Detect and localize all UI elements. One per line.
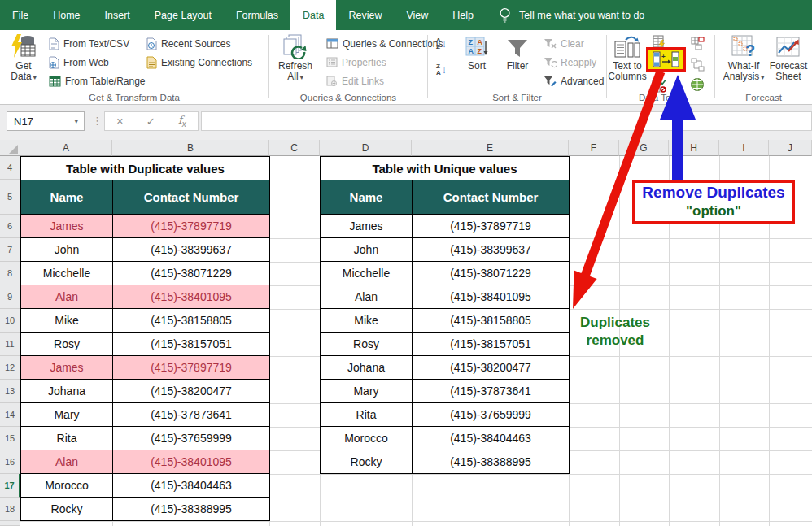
row-header-14[interactable]: 14 bbox=[0, 403, 20, 427]
cell-contact-number[interactable]: (415)-38401095 bbox=[113, 285, 270, 309]
table-row[interactable]: Rocky (415)-38388995 bbox=[321, 450, 570, 474]
cell-contact-number[interactable]: (415)-38071229 bbox=[413, 262, 570, 285]
cell-name[interactable]: John bbox=[321, 238, 413, 262]
row-header-4[interactable]: 4 bbox=[0, 156, 20, 180]
cell-contact-number[interactable]: (415)-37873641 bbox=[413, 380, 570, 403]
cell-contact-number[interactable]: (415)-38401095 bbox=[113, 450, 270, 474]
cell-name[interactable]: James bbox=[321, 215, 413, 238]
cell-contact-number[interactable]: (415)-38401095 bbox=[413, 285, 570, 309]
row-header-17[interactable]: 17 bbox=[0, 474, 20, 498]
table-row[interactable]: Mike (415)-38158805 bbox=[321, 309, 570, 333]
table-row[interactable]: Mary (415)-37873641 bbox=[21, 403, 270, 427]
cell-name[interactable]: Mary bbox=[321, 380, 413, 403]
table-row[interactable]: Johana (415)-38200477 bbox=[21, 380, 270, 403]
table-row[interactable]: Rosy (415)-38157051 bbox=[321, 333, 570, 356]
column-header-B[interactable]: B bbox=[112, 140, 269, 156]
cell-name[interactable]: Alan bbox=[21, 285, 113, 309]
from-web-button[interactable]: From Web bbox=[49, 54, 109, 71]
column-header-J[interactable]: J bbox=[769, 140, 812, 156]
row-header-18[interactable]: 18 bbox=[0, 498, 20, 521]
column-header-E[interactable]: E bbox=[412, 140, 569, 156]
tab-view[interactable]: View bbox=[394, 0, 440, 30]
column-header-G[interactable]: G bbox=[619, 140, 669, 156]
cell-contact-number[interactable]: (415)-38399637 bbox=[113, 238, 270, 262]
name-box[interactable]: N17 ▾ bbox=[7, 111, 85, 131]
cell-contact-number[interactable]: (415)-38157051 bbox=[113, 333, 270, 356]
advanced-filter-button[interactable]: Advanced bbox=[544, 72, 604, 89]
what-if-analysis-button[interactable]: ? What-If Analysis▾ bbox=[720, 33, 767, 83]
cell-contact-number[interactable]: (415)-37897719 bbox=[413, 215, 570, 238]
table-row[interactable]: Micchelle (415)-38071229 bbox=[321, 262, 570, 285]
cell-contact-number[interactable]: (415)-38388995 bbox=[413, 450, 570, 474]
cell-name[interactable]: Micchelle bbox=[321, 262, 413, 285]
cell-name[interactable]: James bbox=[21, 356, 113, 380]
table-row[interactable]: John (415)-38399637 bbox=[21, 238, 270, 262]
cell-name[interactable]: Rocky bbox=[321, 450, 413, 474]
cell-name[interactable]: Johana bbox=[21, 380, 113, 403]
select-all-corner[interactable] bbox=[0, 140, 20, 156]
recent-sources-button[interactable]: Recent Sources bbox=[146, 35, 230, 52]
table-row[interactable]: Mike (415)-38158805 bbox=[21, 309, 270, 333]
name-box-dropdown-icon[interactable]: ▾ bbox=[68, 117, 84, 125]
consolidate-button[interactable] bbox=[690, 36, 705, 50]
row-header-15[interactable]: 15 bbox=[0, 427, 20, 450]
row-header-6[interactable]: 6 bbox=[0, 215, 20, 238]
manage-data-model-button[interactable] bbox=[690, 77, 705, 92]
insert-function-icon[interactable]: fx bbox=[178, 114, 186, 128]
table-row[interactable]: Alan (415)-38401095 bbox=[321, 285, 570, 309]
column-header-H[interactable]: H bbox=[669, 140, 719, 156]
tab-data[interactable]: Data bbox=[290, 0, 336, 30]
enter-check-icon[interactable]: ✓ bbox=[146, 115, 155, 128]
cell-contact-number[interactable]: (415)-38404463 bbox=[413, 427, 570, 450]
cell-name[interactable]: Rosy bbox=[21, 333, 113, 356]
cell-contact-number[interactable]: (415)-38071229 bbox=[113, 262, 270, 285]
cell-contact-number[interactable]: (415)-38157051 bbox=[413, 333, 570, 356]
table-row[interactable]: Rocky (415)-38388995 bbox=[21, 498, 270, 521]
table-row[interactable]: James (415)-37897719 bbox=[321, 215, 570, 238]
formula-bar-grip[interactable]: ⋮ bbox=[92, 115, 103, 127]
table-row[interactable]: Micchelle (415)-38071229 bbox=[21, 262, 270, 285]
data-validation-button[interactable] bbox=[652, 78, 666, 93]
cell-contact-number[interactable]: (415)-37659999 bbox=[113, 427, 270, 450]
remove-duplicates-button[interactable]: + bbox=[646, 47, 686, 72]
table-row[interactable]: Alan (415)-38401095 bbox=[21, 285, 270, 309]
row-header-13[interactable]: 13 bbox=[0, 380, 20, 403]
cancel-icon[interactable]: × bbox=[116, 115, 123, 128]
sort-button[interactable]: Z A A Z Sort bbox=[459, 33, 495, 72]
row-header-10[interactable]: 10 bbox=[0, 309, 20, 333]
table-row[interactable]: Alan (415)-38401095 bbox=[21, 450, 270, 474]
table-row[interactable]: Morocco (415)-38404463 bbox=[321, 427, 570, 450]
cell-name[interactable]: Rita bbox=[321, 403, 413, 427]
tab-page-layout[interactable]: Page Layout bbox=[142, 0, 224, 30]
table-row[interactable]: Mary (415)-37873641 bbox=[321, 380, 570, 403]
table-row[interactable]: James (415)-37897719 bbox=[21, 215, 270, 238]
cell-name[interactable]: Johana bbox=[321, 356, 413, 380]
table-row[interactable]: Johana (415)-38200477 bbox=[321, 356, 570, 380]
cell-contact-number[interactable]: (415)-37659999 bbox=[413, 403, 570, 427]
row-header-16[interactable]: 16 bbox=[0, 450, 20, 474]
table-row[interactable]: Rita (415)-37659999 bbox=[21, 427, 270, 450]
tab-review[interactable]: Review bbox=[336, 0, 394, 30]
sort-descending-button[interactable]: ZA↓ bbox=[436, 63, 447, 76]
cell-name[interactable]: Micchelle bbox=[21, 262, 113, 285]
column-header-I[interactable]: I bbox=[719, 140, 769, 156]
cell-name[interactable]: Rosy bbox=[321, 333, 413, 356]
tell-me-box[interactable]: Tell me what you want to do bbox=[499, 0, 644, 30]
row-header-7[interactable]: 7 bbox=[0, 238, 20, 262]
tab-home[interactable]: Home bbox=[41, 0, 92, 30]
table-row[interactable]: Morocco (415)-38404463 bbox=[21, 474, 270, 498]
filter-button[interactable]: Filter bbox=[498, 33, 537, 72]
cell-contact-number[interactable]: (415)-38200477 bbox=[413, 356, 570, 380]
tab-help[interactable]: Help bbox=[440, 0, 486, 30]
cell-name[interactable]: Morocco bbox=[21, 474, 113, 498]
cell-contact-number[interactable]: (415)-38404463 bbox=[113, 474, 270, 498]
cell-name[interactable]: Rocky bbox=[21, 498, 113, 521]
forecast-sheet-button[interactable]: Forecast Sheet bbox=[767, 33, 810, 82]
cell-contact-number[interactable]: (415)-38388995 bbox=[113, 498, 270, 521]
column-header-D[interactable]: D bbox=[320, 140, 412, 156]
cell-contact-number[interactable]: (415)-37873641 bbox=[113, 403, 270, 427]
table-row[interactable]: Rita (415)-37659999 bbox=[321, 403, 570, 427]
table-row[interactable]: Rosy (415)-38157051 bbox=[21, 333, 270, 356]
row-header-5[interactable]: 5 bbox=[0, 180, 20, 215]
tab-file[interactable]: File bbox=[0, 0, 41, 30]
